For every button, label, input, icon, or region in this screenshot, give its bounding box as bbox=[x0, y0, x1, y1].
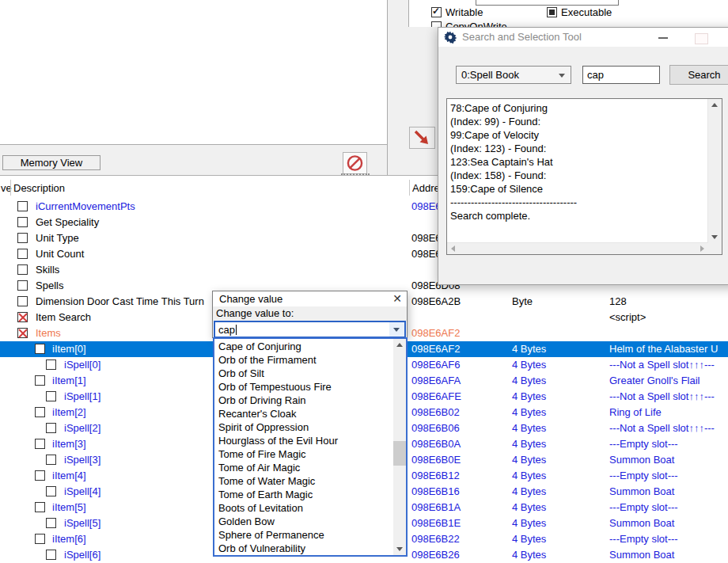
row-description: iItem[0] bbox=[52, 341, 86, 357]
dropdown-scrollbar[interactable] bbox=[393, 339, 406, 555]
row-checkbox[interactable] bbox=[46, 423, 56, 433]
minimize-button[interactable] bbox=[658, 37, 668, 39]
row-checkbox[interactable] bbox=[46, 391, 56, 401]
row-description: Unit Count bbox=[36, 246, 84, 262]
dropdown-item[interactable]: Sphere of Permanence bbox=[214, 528, 396, 542]
change-value-dialog: Change value ✕ Change value to: cap bbox=[212, 291, 408, 338]
row-checkbox[interactable] bbox=[46, 455, 56, 465]
dropdown-item[interactable]: Orb of Tempestuous Fire bbox=[214, 380, 396, 394]
row-type: 4 Bytes bbox=[512, 484, 546, 500]
row-address: 098E6 bbox=[411, 230, 442, 246]
row-checkbox[interactable] bbox=[35, 534, 45, 544]
dropdown-item[interactable]: Hourglass of the Evil Hour bbox=[214, 434, 396, 447]
row-description: iSpell[6] bbox=[64, 547, 100, 563]
row-checkbox[interactable] bbox=[17, 280, 28, 291]
scroll-down-icon[interactable] bbox=[396, 547, 403, 551]
memory-view-button[interactable]: Memory View bbox=[2, 155, 100, 170]
dropdown-item[interactable]: Orb of the Firmament bbox=[214, 353, 396, 367]
scroll-left-icon[interactable] bbox=[451, 245, 455, 252]
row-checkbox[interactable] bbox=[35, 502, 45, 512]
scroll-up-icon[interactable] bbox=[396, 343, 403, 347]
change-value-titlebar[interactable]: Change value ✕ bbox=[213, 291, 407, 307]
scrollbar-thumb[interactable] bbox=[393, 441, 406, 466]
row-checkbox[interactable] bbox=[35, 344, 45, 354]
row-checkbox[interactable] bbox=[46, 550, 56, 560]
row-address: 098E6AFE bbox=[411, 389, 461, 405]
row-checkbox[interactable] bbox=[17, 264, 28, 275]
dropdown-item[interactable]: Golden Bow bbox=[214, 515, 396, 528]
row-description: Get Speciality bbox=[36, 215, 99, 230]
result-line: Search complete. bbox=[450, 209, 530, 223]
row-type: 4 Bytes bbox=[512, 405, 546, 420]
row-checkbox[interactable] bbox=[17, 296, 28, 306]
row-address: 098E6B26 bbox=[411, 547, 460, 563]
scroll-up-icon[interactable] bbox=[711, 103, 718, 107]
row-address: 098E6B0A bbox=[411, 436, 461, 452]
row-checkbox[interactable] bbox=[35, 407, 45, 417]
memory-region-list[interactable] bbox=[0, 0, 387, 144]
row-description: Dimension Door Cast Time This Turn bbox=[36, 294, 204, 310]
row-checkbox[interactable] bbox=[46, 486, 56, 496]
row-checkbox[interactable] bbox=[17, 249, 28, 259]
dropdown-item[interactable]: Orb of Silt bbox=[214, 367, 396, 380]
search-query-input[interactable]: cap bbox=[582, 66, 660, 84]
row-checkbox[interactable] bbox=[17, 312, 28, 322]
copyonwrite-checkbox[interactable] bbox=[431, 21, 442, 27]
dropdown-item[interactable]: Tome of Water Magic bbox=[214, 474, 396, 488]
filter-input-fragment[interactable] bbox=[476, 0, 619, 6]
row-checkbox[interactable] bbox=[17, 217, 28, 227]
scroll-right-icon[interactable] bbox=[700, 245, 704, 252]
close-icon[interactable]: ✕ bbox=[392, 292, 402, 306]
row-checkbox[interactable] bbox=[35, 439, 45, 449]
search-results-box[interactable]: 78:Cape of Conjuring(Index: 99) - Found:… bbox=[446, 98, 722, 255]
writable-label: Writable bbox=[446, 6, 483, 18]
block-button[interactable] bbox=[343, 152, 367, 174]
value-combobox[interactable]: cap bbox=[214, 321, 406, 338]
row-checkbox[interactable] bbox=[17, 328, 28, 338]
add-address-button[interactable] bbox=[409, 127, 435, 149]
column-separator[interactable] bbox=[10, 180, 11, 196]
cheat-engine-main-window: ✓ Writable Executable CopyOnWrite Memory… bbox=[0, 0, 728, 563]
search-button[interactable]: Search bbox=[669, 65, 728, 85]
dropdown-item[interactable]: Spirit of Oppression bbox=[214, 420, 396, 434]
search-tool-titlebar[interactable]: Search and Selection Tool bbox=[438, 28, 728, 47]
row-description: Skills bbox=[36, 262, 59, 278]
dropdown-item[interactable]: Boots of Levitation bbox=[214, 501, 396, 515]
red-arrow-icon bbox=[410, 127, 434, 148]
row-type: 4 Bytes bbox=[512, 468, 546, 484]
row-address: 098E6AF2 bbox=[411, 325, 460, 341]
row-address: 098E6B22 bbox=[411, 531, 460, 547]
column-separator[interactable] bbox=[409, 180, 410, 196]
row-address: 098E6AF6 bbox=[411, 357, 460, 373]
row-checkbox[interactable] bbox=[46, 518, 56, 528]
dropdown-item[interactable]: Orb of Vulnerability bbox=[214, 542, 396, 555]
row-value: Summon Boat bbox=[609, 547, 674, 563]
row-checkbox[interactable] bbox=[17, 201, 28, 211]
category-select[interactable]: 0:Spell Book bbox=[456, 66, 571, 84]
gear-icon bbox=[444, 31, 457, 44]
column-header-description[interactable]: Description bbox=[13, 181, 65, 196]
close-button[interactable] bbox=[695, 33, 708, 44]
dropdown-item[interactable]: Recanter's Cloak bbox=[214, 407, 396, 420]
executable-checkbox[interactable] bbox=[547, 7, 557, 17]
row-description: iSpell[0] bbox=[64, 357, 100, 373]
combobox-dropdown-button[interactable] bbox=[389, 322, 404, 337]
horizontal-scrollbar[interactable] bbox=[447, 242, 708, 254]
dropdown-item[interactable]: Tome of Earth Magic bbox=[214, 488, 396, 501]
dropdown-item[interactable]: Tome of Air Magic bbox=[214, 461, 396, 474]
row-checkbox[interactable] bbox=[46, 359, 56, 370]
vertical-scrollbar[interactable] bbox=[707, 99, 722, 243]
dropdown-item[interactable]: Tome of Fire Magic bbox=[214, 447, 396, 461]
row-checkbox[interactable] bbox=[17, 233, 28, 243]
row-checkbox[interactable] bbox=[35, 375, 45, 386]
row-checkbox[interactable] bbox=[35, 470, 45, 481]
dropdown-item[interactable]: Cape of Conjuring bbox=[214, 340, 396, 353]
dropdown-item[interactable]: Orb of Driving Rain bbox=[214, 394, 396, 407]
change-value-label: Change value to: bbox=[216, 307, 294, 319]
scroll-down-icon[interactable] bbox=[711, 235, 718, 239]
row-address: 098E6B0E bbox=[411, 452, 461, 468]
row-value: <script> bbox=[609, 310, 646, 325]
row-value: Ring of Life bbox=[609, 405, 662, 420]
writable-checkbox[interactable]: ✓ bbox=[431, 7, 442, 17]
value-combobox-text: cap bbox=[218, 323, 237, 337]
